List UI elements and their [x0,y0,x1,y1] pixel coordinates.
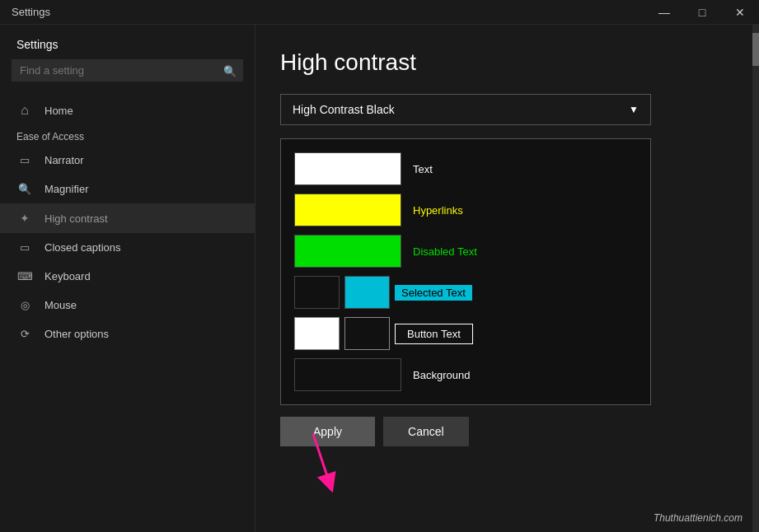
sidebar-item-keyboard[interactable]: ⌨ Keyboard [0,262,255,291]
color-row-background: Background [294,358,637,391]
sidebar-item-home[interactable]: ⌂ Home [0,95,255,126]
keyboard-icon: ⌨ [16,270,33,282]
sidebar-item-closed-captions[interactable]: ▭ Closed captions [0,233,255,262]
sidebar-item-label: Mouse [45,299,77,311]
main-content: High contrast High Contrast Black ▼ Text… [255,25,759,532]
sidebar-item-magnifier[interactable]: 🔍 Magnifier [0,175,255,203]
sidebar-item-other-options[interactable]: ⟳ Other options [0,320,255,348]
color-row-text: Text [294,152,637,185]
search-box[interactable]: 🔍 [12,59,243,82]
sidebar-item-label: High contrast [45,212,108,225]
sidebar: Settings 🔍 ⌂ Home Ease of Access ▭ Narra… [0,25,255,532]
watermark: Thuthuattienich.com [654,512,743,524]
button-text-swatch2[interactable] [344,317,390,350]
button-text-swatch1[interactable] [294,317,340,350]
color-row-hyperlinks: Hyperlinks [294,194,637,226]
scrollbar-thumb[interactable] [752,33,759,66]
sidebar-item-label: Closed captions [45,241,121,254]
background-color-label: Background [413,369,470,381]
closed-captions-icon: ▭ [16,241,33,254]
sidebar-item-high-contrast[interactable]: ✦ High contrast [0,203,255,233]
scrollbar[interactable] [752,25,759,532]
sidebar-item-label: Magnifier [45,183,88,195]
page-title: High contrast [280,49,734,76]
color-preview-container: Text Hyperlinks Disabled Text Selected T… [280,138,651,405]
dropdown-value: High Contrast Black [293,103,395,116]
selected-text-bg-swatch[interactable] [294,276,340,309]
background-color-swatch[interactable] [294,358,401,391]
sidebar-item-label: Narrator [45,154,84,166]
sidebar-section-label: Ease of Access [0,126,255,146]
search-icon: 🔍 [223,64,237,77]
high-contrast-icon: ✦ [16,212,33,225]
hyperlinks-color-label: Hyperlinks [413,204,463,217]
text-color-swatch[interactable] [294,152,401,185]
close-button[interactable]: ✕ [721,0,759,25]
chevron-down-icon: ▼ [629,104,639,115]
search-input[interactable] [12,59,243,82]
selected-text-color-label: Selected Text [395,285,472,301]
sidebar-item-label: Other options [45,328,109,340]
color-row-button-text: Button Text [294,317,637,350]
action-bar: Apply Cancel [280,417,734,455]
home-icon: ⌂ [16,103,33,118]
mouse-icon: ◎ [16,299,33,311]
disabled-text-color-label: Disabled Text [413,245,477,258]
color-row-selected-text: Selected Text [294,276,637,309]
color-row-disabled-text: Disabled Text [294,235,637,268]
disabled-text-color-swatch[interactable] [294,235,401,268]
cancel-button[interactable]: Cancel [383,417,469,446]
sidebar-item-label: Keyboard [45,270,91,282]
theme-dropdown[interactable]: High Contrast Black ▼ [280,94,651,125]
other-options-icon: ⟳ [16,328,33,340]
minimize-button[interactable]: — [645,0,683,25]
window-title: Settings [0,6,50,18]
button-text-color-label: Button Text [395,324,473,344]
selected-text-fg-swatch[interactable] [344,276,390,309]
apply-button[interactable]: Apply [280,417,375,446]
sidebar-item-narrator[interactable]: ▭ Narrator [0,146,255,175]
maximize-button[interactable]: □ [683,0,721,25]
sidebar-title: Settings [0,25,255,59]
magnifier-icon: 🔍 [16,183,33,195]
text-color-label: Text [413,163,433,175]
hyperlinks-color-swatch[interactable] [294,194,401,226]
sidebar-item-label: Home [45,105,73,117]
sidebar-item-mouse[interactable]: ◎ Mouse [0,291,255,320]
narrator-icon: ▭ [16,154,33,166]
